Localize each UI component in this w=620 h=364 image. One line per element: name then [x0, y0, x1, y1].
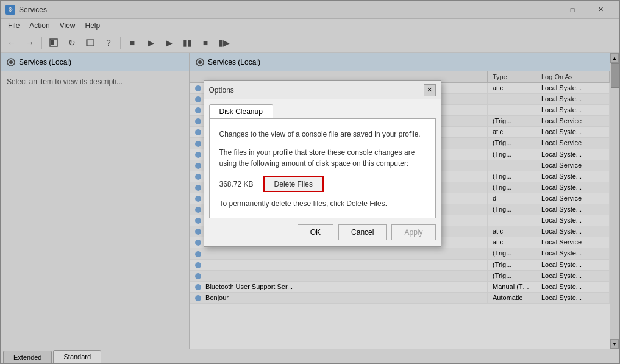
dialog-size-row: 368.72 KB Delete Files — [219, 176, 426, 192]
options-dialog: Options ✕ Disk Cleanup Changes to the vi… — [204, 80, 441, 247]
dialog-note: To permanently delete these files, click… — [219, 199, 426, 208]
dialog-tabs: Disk Cleanup — [204, 99, 441, 118]
delete-files-button[interactable]: Delete Files — [263, 176, 324, 192]
dialog-intro-text: Changes to the view of a console file ar… — [219, 129, 426, 140]
dialog-content: Changes to the view of a console file ar… — [209, 118, 436, 218]
disk-cleanup-tab[interactable]: Disk Cleanup — [209, 104, 273, 118]
dialog-close-button[interactable]: ✕ — [424, 84, 436, 96]
file-size-text: 368.72 KB — [219, 180, 254, 188]
dialog-footer: OK Cancel Apply — [204, 218, 441, 246]
dialog-detail-text: The files in your profile that store the… — [219, 147, 426, 169]
dialog-title-bar: Options ✕ — [204, 81, 441, 99]
cancel-button[interactable]: Cancel — [338, 224, 387, 240]
modal-overlay: Options ✕ Disk Cleanup Changes to the vi… — [0, 0, 620, 364]
apply-button[interactable]: Apply — [391, 224, 435, 240]
dialog-title: Options — [209, 86, 234, 95]
ok-button[interactable]: OK — [298, 224, 333, 240]
